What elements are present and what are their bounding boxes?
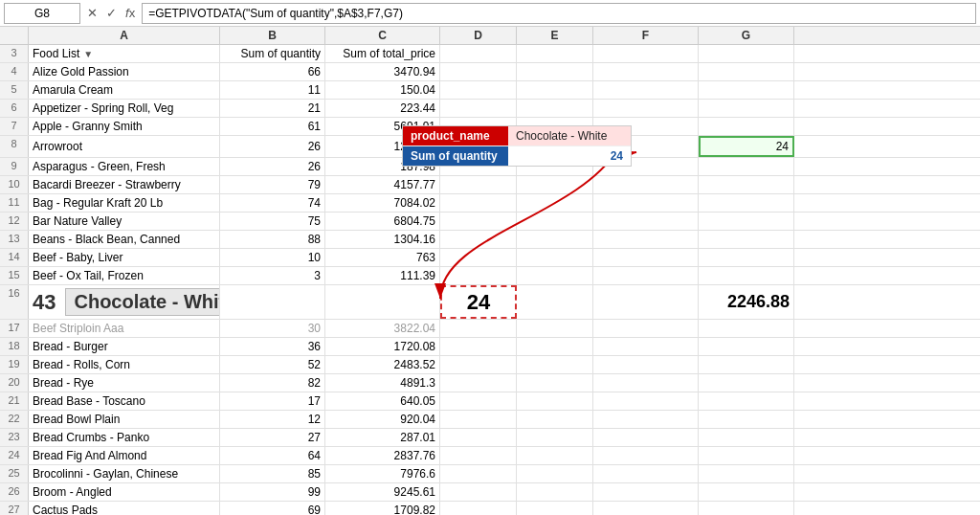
cell-b: 26 [220, 158, 325, 175]
cell-a: Beef - Baby, Liver [29, 249, 220, 266]
cell-f [593, 320, 699, 337]
row-number: 20 [0, 374, 29, 392]
cell-e [517, 231, 593, 248]
cell-e [517, 429, 593, 446]
table-row: 24Bread Fig And Almond642837.76 [0, 447, 980, 465]
cell-d [440, 267, 517, 284]
pivot-label-product: product_name [403, 126, 508, 146]
cell-a: Bacardi Breezer - Strawberry [29, 176, 220, 193]
cell-b: 21 [220, 100, 325, 117]
cell-d [440, 213, 517, 230]
cell-e [517, 81, 593, 99]
cell-g [699, 483, 794, 501]
cell-e [517, 502, 593, 515]
cell-f [593, 429, 699, 446]
row-number: 26 [0, 483, 29, 501]
col-header-g[interactable]: G [699, 27, 794, 44]
row-number: 27 [0, 502, 29, 515]
cell-g[interactable]: 24 [699, 136, 794, 157]
row-number: 3 [0, 45, 29, 62]
cell-b: 64 [220, 447, 325, 464]
cell-f [593, 81, 699, 99]
table-row: 11Bag - Regular Kraft 20 Lb747084.02 [0, 194, 980, 213]
cell-e [517, 63, 593, 80]
cell-a: Beef Striploin Aaa [29, 320, 220, 337]
row16-cell-c [325, 285, 440, 319]
row16-cell-d[interactable]: 24 [440, 285, 517, 319]
cell-c: 1709.82 [325, 502, 440, 515]
row-number: 12 [0, 213, 29, 230]
cell-b: 88 [220, 231, 325, 248]
formula-input[interactable] [142, 3, 976, 24]
table-row: 18Bread - Burger361720.08 [0, 338, 980, 356]
cell-a: Appetizer - Spring Roll, Veg [29, 100, 220, 117]
row-number: 23 [0, 429, 29, 446]
cell-g [699, 158, 794, 175]
cell-b: 11 [220, 81, 325, 99]
cell-d [440, 392, 517, 410]
cell-d [440, 502, 517, 515]
cell-e [517, 249, 593, 266]
row16-cell-a: 43Chocolate - White [29, 285, 220, 319]
cell-d [440, 320, 517, 337]
cell-f [593, 447, 699, 464]
cell-a: Broom - Angled [29, 483, 220, 501]
cell-g [699, 356, 794, 373]
cell-f [593, 100, 699, 117]
cell-d [440, 429, 517, 446]
cell-g [699, 231, 794, 248]
table-row: 19Bread - Rolls, Corn522483.52 [0, 356, 980, 374]
cell-b: 27 [220, 429, 325, 446]
cell-f [593, 502, 699, 515]
cell-c: 4157.77 [325, 176, 440, 193]
cell-d [440, 356, 517, 373]
col-header-b[interactable]: B [220, 27, 325, 44]
cell-d [440, 100, 517, 117]
col-header-d[interactable]: D [440, 27, 517, 44]
filter-icon[interactable]: ▼ [83, 49, 93, 59]
function-icon[interactable]: fx [122, 5, 138, 21]
col-header-f[interactable]: F [593, 27, 699, 44]
col-header-c[interactable]: C [325, 27, 440, 44]
pivot-row-2: Sum of quantity24 [403, 146, 631, 166]
col-header-e[interactable]: E [517, 27, 593, 44]
cell-b: 52 [220, 356, 325, 373]
cell-e [517, 465, 593, 482]
cell-b: 69 [220, 502, 325, 515]
header-cell-e [517, 45, 593, 62]
cell-f [593, 249, 699, 266]
row16-cell-b [220, 285, 325, 319]
cell-g [699, 176, 794, 193]
row-num-header [0, 27, 29, 44]
cell-b: 30 [220, 320, 325, 337]
confirm-icon[interactable]: ✓ [103, 5, 120, 21]
pivot-label-qty: Sum of quantity [403, 146, 508, 166]
cell-g [699, 320, 794, 337]
table-row: 26Broom - Angled999245.61 [0, 483, 980, 502]
cell-c: 6804.75 [325, 213, 440, 230]
cell-d [440, 374, 517, 392]
cell-e [517, 267, 593, 284]
table-row: 22Bread Bowl Plain12920.04 [0, 411, 980, 429]
header-cell-g [699, 45, 794, 62]
table-row: 15Beef - Ox Tail, Frozen3111.39 [0, 267, 980, 285]
cell-c: 640.05 [325, 392, 440, 410]
table-row: 5Amarula Cream11150.04 [0, 81, 980, 100]
cell-e [517, 320, 593, 337]
cell-g [699, 267, 794, 284]
cell-a: Beef - Ox Tail, Frozen [29, 267, 220, 284]
cell-a: Apple - Granny Smith [29, 118, 220, 135]
column-headers: A B C D E F G [0, 27, 980, 45]
cell-f [593, 231, 699, 248]
cell-g [699, 502, 794, 515]
row-number: 10 [0, 176, 29, 193]
name-box[interactable] [4, 3, 80, 24]
header-cell-a: Food List▼ [29, 45, 220, 62]
cell-b: 79 [220, 176, 325, 193]
row-number: 8 [0, 136, 29, 157]
pivot-row-1: product_nameChocolate - White [403, 126, 631, 146]
cancel-icon[interactable]: ✕ [84, 5, 100, 21]
col-header-a[interactable]: A [29, 27, 220, 44]
cell-e [517, 100, 593, 117]
cell-a: Arrowroot [29, 136, 220, 157]
